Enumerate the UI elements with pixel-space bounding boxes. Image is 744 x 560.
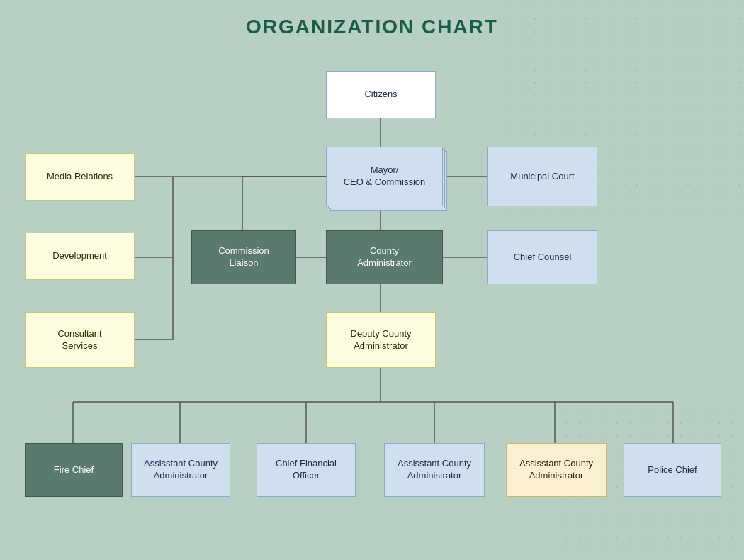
mayor-box: Mayor/ CEO & Commission <box>326 147 443 206</box>
chief-counsel-box: Chief Counsel <box>487 230 597 284</box>
county-administrator-box: County Administrator <box>326 230 443 284</box>
consultant-services-box: Consultant Services <box>25 312 135 368</box>
citizens-box: Citizens <box>326 71 436 118</box>
asst-admin-1-box: Assisstant County Administrator <box>131 443 230 497</box>
asst-admin-3-box: Assisstant County Administrator <box>506 443 607 497</box>
development-box: Development <box>25 233 135 280</box>
media-relations-box: Media Relations <box>25 153 135 201</box>
municipal-court-box: Municipal Court <box>487 147 597 206</box>
cfo-box: Chief Financial Officer <box>257 443 356 497</box>
asst-admin-2-box: Assisstant County Administrator <box>384 443 485 497</box>
fire-chief-box: Fire Chief <box>25 443 123 497</box>
commission-liaison-box: Commission Liaison <box>191 230 296 284</box>
deputy-county-admin-box: Deputy County Administrator <box>326 312 436 368</box>
police-chief-box: Police Chief <box>624 443 721 497</box>
